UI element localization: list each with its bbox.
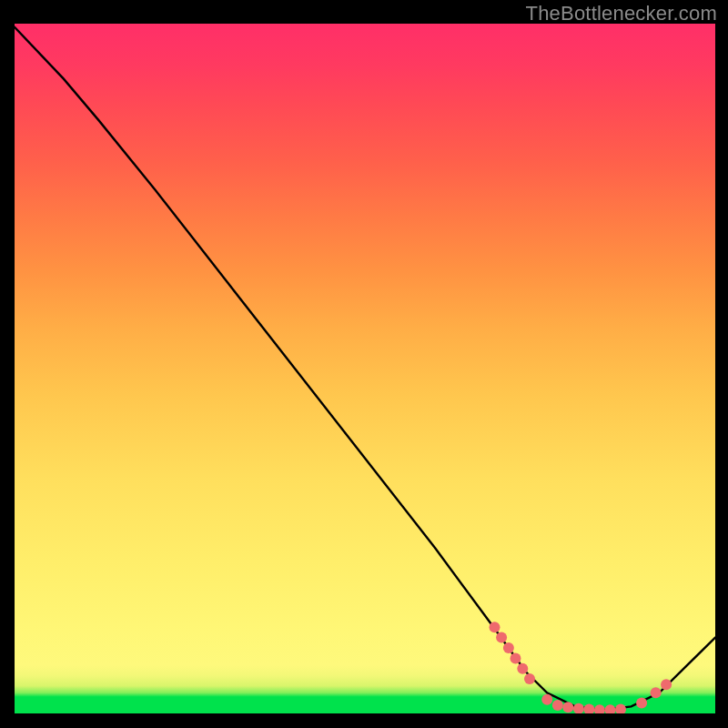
data-marker — [517, 663, 528, 674]
data-marker — [605, 704, 616, 713]
data-marker — [503, 642, 514, 653]
data-marker — [490, 622, 500, 632]
data-marker — [552, 700, 563, 711]
data-marker — [511, 652, 521, 663]
watermark-text: TheBottlenecker.com — [526, 2, 717, 25]
bottleneck-curve — [15, 27, 715, 710]
data-marker — [636, 698, 647, 709]
marker-layer — [490, 622, 672, 713]
data-marker — [496, 632, 507, 643]
data-marker — [573, 703, 584, 713]
data-marker — [661, 679, 672, 690]
data-marker — [615, 704, 626, 714]
chart-svg — [15, 24, 715, 713]
data-marker — [541, 694, 552, 705]
chart-plot-area — [15, 24, 715, 713]
data-marker — [524, 673, 535, 684]
data-marker — [562, 702, 573, 713]
data-marker — [594, 704, 605, 713]
data-marker — [583, 704, 594, 714]
chart-frame: TheBottlenecker.com — [0, 0, 728, 728]
data-marker — [651, 687, 662, 698]
